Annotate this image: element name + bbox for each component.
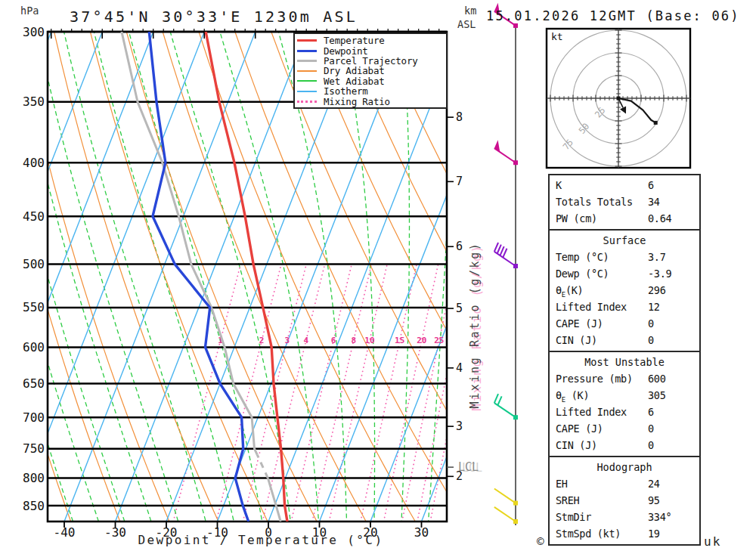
- page-title: 37°45'N 30°33'E 1230m ASL: [70, 8, 358, 26]
- svg-text:-40: -40: [54, 525, 76, 540]
- table-row-value: 600: [648, 370, 696, 387]
- height-axis-unit-2: ASL: [457, 18, 476, 30]
- height-axis-ticks: 8765432: [447, 110, 463, 483]
- svg-text:600: 600: [23, 340, 45, 354]
- sounding-page: -40-30-20-100102030300350400450500550600…: [0, 0, 756, 554]
- wind-barbs: [494, 3, 518, 525]
- table-row-value: 24: [648, 475, 696, 492]
- legend-item: Parcel Trajectory: [297, 56, 446, 66]
- table-row-value: 0: [648, 420, 696, 437]
- table-row: Pressure (mb)600: [550, 370, 699, 387]
- pressure-tick-labels: 300350400450500550600650700750800850: [23, 25, 45, 513]
- svg-text:4: 4: [456, 361, 463, 375]
- table-row-label: CAPE (J): [556, 315, 603, 332]
- lcl-marker-label: LCL: [458, 460, 479, 474]
- table-row: Totals Totals34: [550, 193, 699, 210]
- indices-table: SurfaceTemp (°C)3.7Dewp (°C)-3.9θE(K)296…: [548, 229, 701, 352]
- table-row-label: Pressure (mb): [556, 370, 633, 387]
- table-row-value: 0: [648, 437, 696, 453]
- legend-item: Mixing Ratio: [297, 96, 446, 106]
- svg-text:350: 350: [23, 94, 45, 109]
- legend-line-sample: [297, 50, 317, 52]
- table-row: CAPE (J)0: [550, 420, 699, 437]
- table-row: PW (cm)0.64: [550, 210, 699, 227]
- table-row-label: Temp (°C): [556, 249, 609, 265]
- svg-text:8: 8: [456, 110, 463, 124]
- table-row-label: EH: [556, 475, 568, 492]
- svg-text:650: 650: [23, 376, 45, 391]
- table-row-value: 34: [648, 193, 696, 210]
- table-row-value: 0: [648, 315, 696, 332]
- table-row: Lifted Index12: [550, 299, 699, 315]
- legend-item: Dry Adiabat: [297, 66, 446, 76]
- table-row: SREH95: [550, 492, 699, 509]
- svg-text:25: 25: [434, 336, 444, 345]
- table-row: CIN (J)0: [550, 332, 699, 348]
- svg-text:500: 500: [23, 257, 45, 271]
- table-row: StmDir334°: [550, 509, 699, 525]
- table-row-label: PW (cm): [556, 210, 597, 227]
- run-datetime: 15.01.2026 12GMT (Base: 06): [486, 8, 740, 23]
- table-row-value: 6: [648, 404, 696, 420]
- svg-text:15: 15: [395, 336, 404, 345]
- svg-text:300: 300: [23, 25, 45, 39]
- table-row-value: -3.9: [648, 265, 696, 282]
- table-row: Temp (°C)3.7: [550, 249, 699, 265]
- indices-table: K6Totals Totals34PW (cm)0.64: [548, 174, 701, 231]
- svg-text:6: 6: [331, 336, 336, 345]
- legend-line-sample: [297, 39, 317, 42]
- svg-text:10: 10: [364, 336, 374, 345]
- table-row-label: CIN (J): [556, 437, 597, 453]
- table-row: CIN (J)0: [550, 437, 699, 453]
- table-row-value: 305: [648, 387, 696, 404]
- legend-line-sample: [297, 91, 317, 92]
- svg-text:850: 850: [23, 499, 45, 513]
- table-row-value: 12: [648, 299, 696, 315]
- indices-table: Most UnstablePressure (mb)600θE (K)305Li…: [548, 351, 701, 457]
- legend-item: Dewpoint: [297, 45, 446, 55]
- svg-text:750: 750: [23, 441, 45, 456]
- legend-item-label: Mixing Ratio: [324, 96, 390, 107]
- svg-text:20: 20: [417, 336, 426, 345]
- svg-text:3: 3: [285, 336, 290, 345]
- svg-text:6: 6: [456, 240, 463, 253]
- svg-text:700: 700: [23, 410, 45, 425]
- height-axis-unit: km: [464, 5, 476, 17]
- table-row-label: StmDir: [556, 509, 591, 525]
- table-row-label: SREH: [556, 492, 579, 509]
- table-row-label: StmSpd (kt): [556, 525, 621, 542]
- table-section-title: Surface: [550, 232, 699, 249]
- table-row-value: 95: [648, 492, 696, 509]
- table-row-value: 6: [648, 177, 696, 193]
- svg-text:8: 8: [351, 336, 356, 345]
- table-row: θE (K)305: [550, 387, 699, 404]
- svg-text:3: 3: [456, 419, 463, 433]
- table-row: CAPE (J)0: [550, 315, 699, 332]
- svg-text:2: 2: [259, 336, 265, 345]
- svg-text:5: 5: [456, 302, 463, 315]
- x-axis-title: Dewpoint / Temperature (°C): [136, 533, 386, 547]
- table-row-value: 0: [648, 332, 696, 348]
- legend-line-sample: [297, 101, 317, 103]
- table-row: EH24: [550, 475, 699, 492]
- table-row-label: Dewp (°C): [556, 265, 609, 282]
- table-row-label: CIN (J): [556, 332, 597, 348]
- svg-text:7: 7: [456, 175, 463, 188]
- legend-item: Isotherm: [297, 86, 446, 96]
- legend-line-sample: [297, 70, 317, 72]
- indices-tables: K6Totals Totals34PW (cm)0.64SurfaceTemp …: [548, 174, 701, 546]
- parcel-trajectory-line: [268, 478, 280, 522]
- hodograph: 255075: [547, 29, 690, 168]
- table-row: Lifted Index6: [550, 404, 699, 420]
- table-row-label: Lifted Index: [556, 404, 627, 420]
- table-row-label: CAPE (J): [556, 420, 603, 437]
- table-row-value: 334°: [648, 509, 696, 525]
- hodograph-unit-label: kt: [551, 31, 563, 42]
- table-section-title: Hodograph: [550, 459, 699, 475]
- mixing-ratio-lines: [173, 265, 482, 522]
- svg-text:450: 450: [23, 209, 45, 224]
- table-row: K6: [550, 177, 699, 193]
- legend-line-sample: [297, 60, 317, 62]
- table-row-label: Lifted Index: [556, 299, 627, 315]
- table-row-value: 3.7: [648, 249, 696, 265]
